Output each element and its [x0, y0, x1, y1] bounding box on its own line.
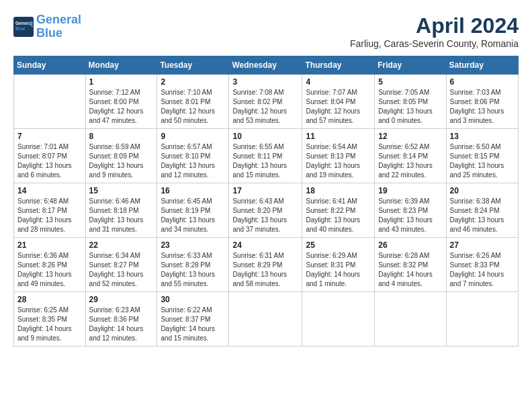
- title-area: April 2024 Farliug, Caras-Severin County…: [350, 13, 519, 49]
- day-number: 8: [89, 132, 154, 141]
- weekday-header-sunday: Sunday: [14, 56, 86, 75]
- calendar-cell: 7Sunrise: 7:01 AM Sunset: 8:07 PM Daylig…: [14, 129, 86, 183]
- cell-content: Sunrise: 6:48 AM Sunset: 8:17 PM Dayligh…: [17, 197, 82, 234]
- calendar-cell: 25Sunrise: 6:29 AM Sunset: 8:31 PM Dayli…: [302, 238, 375, 292]
- weekday-header-row: SundayMondayTuesdayWednesdayThursdayFrid…: [14, 56, 519, 75]
- calendar-cell: 17Sunrise: 6:43 AM Sunset: 8:20 PM Dayli…: [229, 183, 302, 238]
- calendar-cell: 27Sunrise: 6:26 AM Sunset: 8:33 PM Dayli…: [446, 238, 518, 292]
- calendar-cell: 23Sunrise: 6:33 AM Sunset: 8:28 PM Dayli…: [157, 238, 229, 292]
- calendar-cell: [14, 75, 86, 129]
- calendar-cell: 15Sunrise: 6:46 AM Sunset: 8:18 PM Dayli…: [85, 183, 157, 238]
- calendar-cell: 8Sunrise: 6:59 AM Sunset: 8:09 PM Daylig…: [85, 129, 157, 183]
- calendar-cell: 30Sunrise: 6:22 AM Sunset: 8:37 PM Dayli…: [157, 292, 229, 347]
- calendar-cell: 9Sunrise: 6:57 AM Sunset: 8:10 PM Daylig…: [157, 129, 229, 183]
- calendar-cell: [229, 292, 302, 347]
- calendar-cell: [302, 292, 375, 347]
- calendar-cell: 3Sunrise: 7:08 AM Sunset: 8:02 PM Daylig…: [229, 75, 302, 129]
- calendar-cell: 14Sunrise: 6:48 AM Sunset: 8:17 PM Dayli…: [14, 183, 86, 238]
- week-row-3: 14Sunrise: 6:48 AM Sunset: 8:17 PM Dayli…: [14, 183, 519, 238]
- day-number: 18: [306, 186, 371, 195]
- subtitle: Farliug, Caras-Severin County, Romania: [350, 38, 519, 49]
- calendar-cell: 10Sunrise: 6:55 AM Sunset: 8:11 PM Dayli…: [229, 129, 302, 183]
- day-number: 7: [17, 132, 82, 141]
- calendar-cell: 5Sunrise: 7:05 AM Sunset: 8:05 PM Daylig…: [375, 75, 446, 129]
- cell-content: Sunrise: 7:05 AM Sunset: 8:05 PM Dayligh…: [378, 88, 442, 126]
- day-number: 27: [450, 240, 515, 250]
- calendar-cell: 20Sunrise: 6:38 AM Sunset: 8:24 PM Dayli…: [446, 183, 518, 238]
- cell-content: Sunrise: 6:50 AM Sunset: 8:15 PM Dayligh…: [450, 142, 515, 180]
- cell-content: Sunrise: 6:41 AM Sunset: 8:22 PM Dayligh…: [306, 197, 371, 234]
- cell-content: Sunrise: 7:10 AM Sunset: 8:01 PM Dayligh…: [161, 88, 225, 126]
- day-number: 20: [450, 186, 515, 195]
- logo-blue: Blue: [36, 26, 62, 40]
- svg-text:Blue: Blue: [15, 26, 26, 31]
- calendar-cell: [446, 292, 518, 347]
- cell-content: Sunrise: 6:45 AM Sunset: 8:19 PM Dayligh…: [161, 197, 225, 234]
- calendar-cell: 2Sunrise: 7:10 AM Sunset: 8:01 PM Daylig…: [157, 75, 229, 129]
- day-number: 25: [306, 240, 371, 250]
- day-number: 15: [89, 186, 154, 195]
- day-number: 22: [89, 240, 154, 250]
- cell-content: Sunrise: 6:46 AM Sunset: 8:18 PM Dayligh…: [89, 197, 154, 234]
- weekday-header-monday: Monday: [85, 56, 157, 75]
- calendar-table: SundayMondayTuesdayWednesdayThursdayFrid…: [13, 56, 519, 347]
- calendar-cell: 4Sunrise: 7:07 AM Sunset: 8:04 PM Daylig…: [302, 75, 375, 129]
- cell-content: Sunrise: 6:26 AM Sunset: 8:33 PM Dayligh…: [450, 251, 515, 289]
- cell-content: Sunrise: 6:36 AM Sunset: 8:26 PM Dayligh…: [17, 251, 82, 289]
- calendar-cell: 11Sunrise: 6:54 AM Sunset: 8:13 PM Dayli…: [302, 129, 375, 183]
- cell-content: Sunrise: 7:03 AM Sunset: 8:06 PM Dayligh…: [450, 88, 515, 126]
- cell-content: Sunrise: 7:07 AM Sunset: 8:04 PM Dayligh…: [306, 88, 371, 126]
- calendar-cell: 1Sunrise: 7:12 AM Sunset: 8:00 PM Daylig…: [85, 75, 157, 129]
- calendar-cell: 19Sunrise: 6:39 AM Sunset: 8:23 PM Dayli…: [375, 183, 446, 238]
- day-number: 2: [161, 77, 225, 87]
- calendar-cell: 28Sunrise: 6:25 AM Sunset: 8:35 PM Dayli…: [14, 292, 86, 347]
- week-row-5: 28Sunrise: 6:25 AM Sunset: 8:35 PM Dayli…: [14, 292, 519, 347]
- header: General Blue General Blue April 2024 Far…: [13, 13, 519, 49]
- calendar-cell: [375, 292, 446, 347]
- calendar-cell: 6Sunrise: 7:03 AM Sunset: 8:06 PM Daylig…: [446, 75, 518, 129]
- week-row-1: 1Sunrise: 7:12 AM Sunset: 8:00 PM Daylig…: [14, 75, 519, 129]
- day-number: 3: [232, 77, 298, 87]
- cell-content: Sunrise: 6:28 AM Sunset: 8:32 PM Dayligh…: [378, 251, 442, 289]
- week-row-2: 7Sunrise: 7:01 AM Sunset: 8:07 PM Daylig…: [14, 129, 519, 183]
- day-number: 10: [232, 132, 298, 141]
- logo-general: General: [36, 13, 81, 26]
- day-number: 12: [378, 132, 442, 141]
- cell-content: Sunrise: 6:54 AM Sunset: 8:13 PM Dayligh…: [306, 142, 371, 180]
- day-number: 16: [161, 186, 225, 195]
- logo-icon: General Blue: [13, 17, 34, 37]
- calendar-cell: 26Sunrise: 6:28 AM Sunset: 8:32 PM Dayli…: [375, 238, 446, 292]
- day-number: 17: [232, 186, 298, 195]
- cell-content: Sunrise: 6:29 AM Sunset: 8:31 PM Dayligh…: [306, 251, 371, 289]
- day-number: 23: [161, 240, 225, 250]
- cell-content: Sunrise: 6:55 AM Sunset: 8:11 PM Dayligh…: [232, 142, 298, 180]
- cell-content: Sunrise: 7:01 AM Sunset: 8:07 PM Dayligh…: [17, 142, 82, 180]
- logo: General Blue General Blue: [13, 13, 81, 40]
- day-number: 13: [450, 132, 515, 141]
- logo-text: General Blue: [36, 13, 81, 40]
- calendar-cell: 22Sunrise: 6:34 AM Sunset: 8:27 PM Dayli…: [85, 238, 157, 292]
- cell-content: Sunrise: 6:39 AM Sunset: 8:23 PM Dayligh…: [378, 197, 442, 234]
- calendar-cell: 24Sunrise: 6:31 AM Sunset: 8:29 PM Dayli…: [229, 238, 302, 292]
- day-number: 21: [17, 240, 82, 250]
- cell-content: Sunrise: 6:34 AM Sunset: 8:27 PM Dayligh…: [89, 251, 154, 289]
- weekday-header-thursday: Thursday: [302, 56, 375, 75]
- day-number: 4: [306, 77, 371, 87]
- cell-content: Sunrise: 7:08 AM Sunset: 8:02 PM Dayligh…: [232, 88, 298, 126]
- cell-content: Sunrise: 6:25 AM Sunset: 8:35 PM Dayligh…: [17, 306, 82, 343]
- week-row-4: 21Sunrise: 6:36 AM Sunset: 8:26 PM Dayli…: [14, 238, 519, 292]
- calendar-cell: 13Sunrise: 6:50 AM Sunset: 8:15 PM Dayli…: [446, 129, 518, 183]
- day-number: 11: [306, 132, 371, 141]
- day-number: 26: [378, 240, 442, 250]
- cell-content: Sunrise: 6:59 AM Sunset: 8:09 PM Dayligh…: [89, 142, 154, 180]
- weekday-header-friday: Friday: [375, 56, 446, 75]
- cell-content: Sunrise: 6:31 AM Sunset: 8:29 PM Dayligh…: [232, 251, 298, 289]
- cell-content: Sunrise: 6:57 AM Sunset: 8:10 PM Dayligh…: [161, 142, 225, 180]
- cell-content: Sunrise: 6:38 AM Sunset: 8:24 PM Dayligh…: [450, 197, 515, 234]
- cell-content: Sunrise: 6:23 AM Sunset: 8:36 PM Dayligh…: [89, 306, 154, 343]
- main-title: April 2024: [350, 13, 519, 38]
- day-number: 24: [232, 240, 298, 250]
- day-number: 1: [89, 77, 154, 87]
- day-number: 6: [450, 77, 515, 87]
- cell-content: Sunrise: 6:22 AM Sunset: 8:37 PM Dayligh…: [161, 306, 225, 343]
